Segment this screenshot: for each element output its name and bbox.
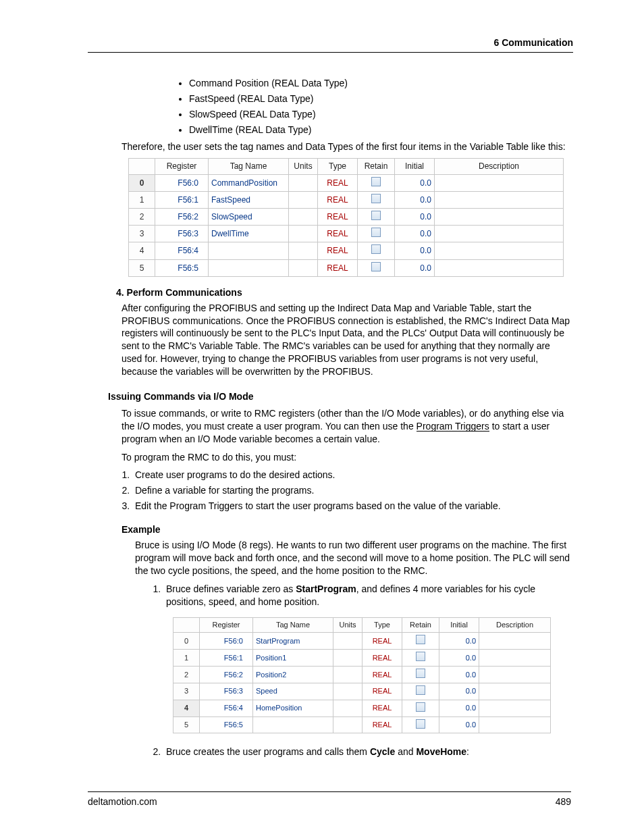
- section-4-title: 4. Perform Communications: [116, 286, 573, 299]
- checkbox-icon[interactable]: [416, 702, 425, 712]
- cell-tagname: HomePosition: [253, 700, 333, 716]
- page-footer: deltamotion.com 489: [88, 791, 571, 807]
- checkbox-icon[interactable]: [371, 244, 381, 254]
- table-row: 0F56:0CommandPositionREAL0.0: [129, 174, 564, 191]
- row-index: 4: [129, 242, 155, 259]
- col-header: Units: [333, 618, 363, 633]
- cell-initial: 0.0: [439, 716, 479, 733]
- cell-tagname: Position2: [253, 667, 333, 683]
- checkbox-icon[interactable]: [416, 669, 425, 678]
- cell-initial: 0.0: [395, 242, 435, 259]
- table-row: 3F56:3DwellTimeREAL0.0: [129, 226, 564, 242]
- list-item: Create user programs to do the desired a…: [132, 469, 573, 481]
- cell-type: REAL: [318, 226, 358, 242]
- cell-retain: [358, 242, 395, 259]
- cell-tagname: [253, 716, 333, 733]
- table-row: 2F56:2Position2REAL0.0: [173, 667, 551, 683]
- cell-tagname: Position1: [253, 650, 333, 667]
- paragraph: Therefore, the user sets the tag names a…: [122, 140, 573, 153]
- cell-tagname: FastSpeed: [209, 191, 289, 208]
- link-program-triggers[interactable]: Program Triggers: [417, 421, 489, 432]
- cell-type: REAL: [318, 209, 358, 226]
- cell-register: F56:1: [200, 650, 253, 667]
- cell-type: REAL: [318, 191, 358, 208]
- col-header: Type: [363, 618, 402, 633]
- col-header: Retain: [358, 159, 395, 174]
- checkbox-icon[interactable]: [371, 211, 381, 220]
- cell-initial: 0.0: [439, 683, 479, 700]
- cell-units: [333, 667, 363, 683]
- variable-table-1: Register Tag Name Units Type Retain Init…: [128, 158, 573, 276]
- checkbox-icon[interactable]: [416, 685, 425, 695]
- cell-initial: 0.0: [395, 226, 435, 242]
- row-index: 4: [173, 700, 200, 716]
- cell-initial: 0.0: [395, 191, 435, 208]
- text: Bruce creates the user programs and call…: [166, 746, 370, 757]
- cell-tagname: [209, 242, 289, 259]
- bold-text: MoveHome: [416, 746, 466, 757]
- cell-retain: [402, 633, 439, 650]
- col-header: Type: [318, 159, 358, 174]
- cell-tagname: DwellTime: [209, 226, 289, 242]
- row-index: 2: [129, 209, 155, 226]
- checkbox-icon[interactable]: [416, 719, 425, 729]
- row-index: 1: [173, 650, 200, 667]
- checkbox-icon[interactable]: [371, 262, 381, 271]
- checkbox-icon[interactable]: [371, 194, 381, 203]
- cell-units: [289, 191, 318, 208]
- table-header-row: Register Tag Name Units Type Retain Init…: [129, 159, 564, 174]
- list-item: Bruce creates the user programs and call…: [163, 746, 573, 758]
- cell-units: [333, 716, 363, 733]
- table-row: 0F56:0StartProgramREAL0.0: [173, 633, 551, 650]
- cell-units: [333, 683, 363, 700]
- cell-units: [333, 650, 363, 667]
- cell-type: REAL: [318, 174, 358, 191]
- row-index: 2: [173, 667, 200, 683]
- example-ordered-list: Bruce defines variable zero as StartProg…: [163, 583, 573, 759]
- row-index: 3: [173, 683, 200, 700]
- cell-type: REAL: [363, 716, 402, 733]
- footer-site: deltamotion.com: [88, 796, 157, 807]
- cell-initial: 0.0: [395, 174, 435, 191]
- col-header: [129, 159, 155, 174]
- paragraph: To program the RMC to do this, you must:: [122, 451, 573, 464]
- cell-type: REAL: [363, 633, 402, 650]
- checkbox-icon[interactable]: [371, 177, 381, 186]
- list-item: Define a variable for starting the progr…: [132, 484, 573, 497]
- cell-description: [479, 667, 551, 683]
- cell-retain: [402, 683, 439, 700]
- cell-register: F56:0: [155, 174, 209, 191]
- cell-retain: [358, 209, 395, 226]
- cell-register: F56:2: [155, 209, 209, 226]
- cell-description: [435, 174, 564, 191]
- checkbox-icon[interactable]: [416, 652, 425, 661]
- cell-type: REAL: [318, 259, 358, 276]
- col-header: Initial: [439, 618, 479, 633]
- cell-description: [435, 242, 564, 259]
- cell-type: REAL: [363, 667, 402, 683]
- row-index: 5: [173, 716, 200, 733]
- row-index: 0: [173, 633, 200, 650]
- cell-units: [333, 700, 363, 716]
- paragraph: After configuring the PROFIBUS and setti…: [122, 302, 573, 378]
- checkbox-icon[interactable]: [371, 228, 381, 237]
- cell-description: [435, 226, 564, 242]
- checkbox-icon[interactable]: [416, 635, 425, 644]
- list-item: Bruce defines variable zero as StartProg…: [163, 583, 573, 734]
- cell-type: REAL: [363, 700, 402, 716]
- cell-register: F56:4: [155, 242, 209, 259]
- cell-description: [435, 259, 564, 276]
- cell-initial: 0.0: [395, 259, 435, 276]
- cell-initial: 0.0: [439, 633, 479, 650]
- table-row: 2F56:2SlowSpeedREAL0.0: [129, 209, 564, 226]
- cell-units: [333, 633, 363, 650]
- cell-retain: [402, 650, 439, 667]
- footer-page-number: 489: [556, 796, 571, 807]
- row-index: 3: [129, 226, 155, 242]
- cell-retain: [402, 667, 439, 683]
- cell-units: [289, 226, 318, 242]
- cell-tagname: SlowSpeed: [209, 209, 289, 226]
- cell-units: [289, 242, 318, 259]
- paragraph: To issue commands, or write to RMC regis…: [122, 407, 573, 446]
- cell-description: [479, 683, 551, 700]
